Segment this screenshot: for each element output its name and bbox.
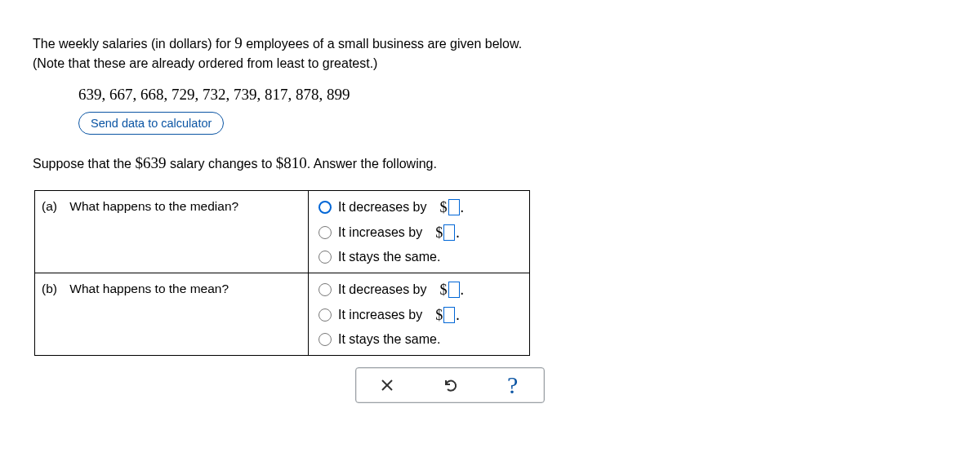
part-a-answer-cell: It decreases by $. It increases by $. It… — [309, 190, 530, 273]
input-a-decreases[interactable] — [448, 199, 460, 215]
part-b-answer-cell: It decreases by $. It increases by $. It… — [309, 273, 530, 355]
currency-symbol: $ — [435, 307, 443, 324]
period: . — [456, 307, 460, 324]
intro-line1-b: employees of a small business are given … — [243, 37, 522, 51]
amount-a-increases: $. — [435, 224, 460, 242]
suppose-a: Suppose that the — [33, 157, 135, 171]
part-a-question: What happens to the median? — [69, 199, 238, 213]
label-a-decreases: It decreases by — [338, 200, 427, 215]
suppose-b: salary changes to — [166, 157, 275, 171]
label-b-same: It stays the same. — [338, 332, 440, 347]
radio-a-increases[interactable] — [318, 226, 332, 239]
suppose-c: . Answer the following. — [307, 157, 437, 171]
new-salary: $810 — [276, 154, 307, 171]
action-bar: ? — [355, 367, 545, 403]
part-b-label: (b) — [42, 282, 66, 296]
period: . — [456, 224, 460, 242]
part-b-question-cell: (b) What happens to the mean? — [35, 273, 309, 355]
amount-b-decreases: $. — [440, 282, 465, 299]
help-button[interactable]: ? — [482, 368, 544, 402]
undo-button[interactable] — [419, 368, 481, 402]
suppose-statement: Suppose that the $639 salary changes to … — [33, 154, 947, 172]
undo-icon — [442, 377, 458, 393]
label-a-increases: It increases by — [338, 225, 422, 240]
amount-a-decreases: $. — [440, 199, 465, 216]
intro-line1-a: The weekly salaries (in dollars) for — [33, 37, 234, 51]
salary-data-list: 639, 667, 668, 729, 732, 739, 817, 878, … — [78, 86, 947, 104]
radio-b-decreases[interactable] — [318, 283, 332, 296]
input-a-increases[interactable] — [443, 224, 455, 241]
part-b-question: What happens to the mean? — [69, 282, 229, 295]
currency-symbol: $ — [435, 224, 443, 242]
currency-symbol: $ — [440, 282, 448, 299]
period: . — [461, 199, 465, 216]
radio-a-decreases[interactable] — [318, 201, 332, 214]
input-b-decreases[interactable] — [448, 282, 460, 298]
question-table: (a) What happens to the median? It decre… — [34, 190, 530, 356]
input-b-increases[interactable] — [443, 307, 455, 323]
amount-b-increases: $. — [435, 307, 460, 324]
employee-count: 9 — [234, 34, 243, 51]
label-b-decreases: It decreases by — [338, 282, 427, 297]
radio-b-same[interactable] — [318, 333, 332, 346]
help-icon: ? — [507, 371, 518, 399]
part-a-question-cell: (a) What happens to the median? — [35, 190, 309, 273]
close-icon — [380, 378, 394, 393]
label-a-same: It stays the same. — [338, 250, 440, 264]
problem-intro: The weekly salaries (in dollars) for 9 e… — [33, 33, 947, 73]
send-data-button[interactable]: Send data to calculator — [78, 112, 224, 135]
radio-b-increases[interactable] — [318, 308, 332, 322]
radio-a-same[interactable] — [318, 251, 332, 264]
currency-symbol: $ — [440, 199, 448, 216]
period: . — [461, 282, 465, 299]
clear-button[interactable] — [356, 368, 418, 402]
intro-line2: (Note that these are already ordered fro… — [33, 55, 947, 73]
part-a-label: (a) — [42, 199, 66, 214]
old-salary: $639 — [135, 154, 166, 171]
label-b-increases: It increases by — [338, 308, 422, 322]
